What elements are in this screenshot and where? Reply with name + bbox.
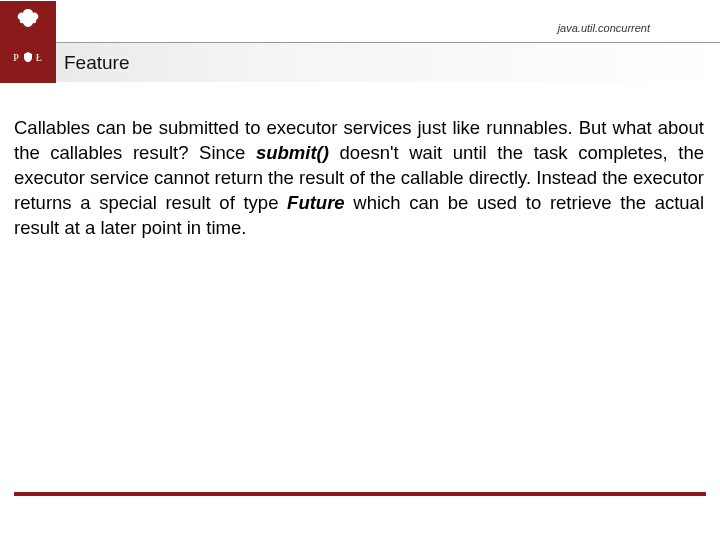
body-paragraph: Callables can be submitted to executor s… xyxy=(14,116,704,241)
top-bar: java.util.concurrent xyxy=(0,0,720,42)
code-future: Future xyxy=(287,192,345,213)
code-submit: submit() xyxy=(256,142,329,163)
logo-left-letter: P xyxy=(13,52,20,63)
university-logo: P Ł xyxy=(0,1,56,83)
footer-divider xyxy=(14,492,706,496)
crest-icon xyxy=(22,51,34,63)
header-band: P Ł Feature xyxy=(0,42,720,82)
slide-title: Feature xyxy=(64,52,129,74)
package-label: java.util.concurrent xyxy=(558,22,650,34)
eagle-icon xyxy=(13,7,43,31)
content-area: Callables can be submitted to executor s… xyxy=(0,82,720,241)
logo-letters: P Ł xyxy=(13,51,43,63)
logo-right-letter: Ł xyxy=(36,52,43,63)
